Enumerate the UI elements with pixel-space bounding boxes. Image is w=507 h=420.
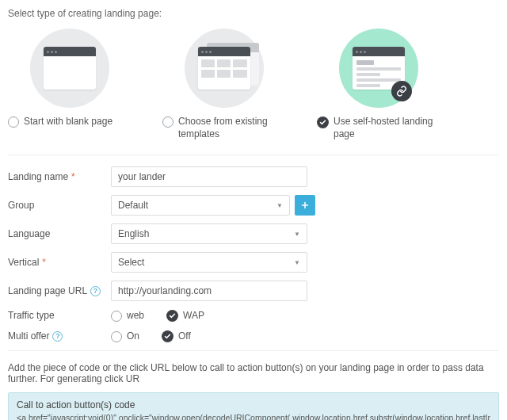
link-icon — [391, 81, 412, 101]
label-landing-name: Landing name* — [8, 171, 111, 182]
option-templates[interactable]: Choose from existing templates — [162, 29, 285, 140]
radio-multi-off[interactable]: Off — [162, 330, 191, 342]
help-icon[interactable]: ? — [90, 286, 101, 296]
templates-illustration — [185, 29, 264, 108]
radio-multi-on[interactable]: On — [111, 330, 139, 342]
option-selfhosted-label: Use self-hosted landing page — [334, 116, 440, 140]
label-vertical: Vertical* — [8, 257, 111, 268]
radio-traffic-wap[interactable]: WAP — [166, 309, 204, 322]
chevron-down-icon: ▼ — [276, 202, 283, 209]
blank-page-illustration — [30, 29, 109, 108]
divider — [8, 155, 499, 155]
chevron-down-icon: ▼ — [294, 231, 300, 238]
radio-selfhosted-checked[interactable] — [317, 116, 329, 128]
label-group: Group — [8, 200, 111, 211]
radio-blank[interactable] — [8, 116, 19, 128]
instructions-text: Add the piece of code or the click URL b… — [8, 362, 499, 384]
label-language: Language — [8, 228, 111, 239]
divider — [8, 350, 499, 351]
selfhosted-illustration — [339, 29, 418, 108]
radio-traffic-web[interactable]: web — [111, 310, 144, 322]
help-icon[interactable]: ? — [52, 331, 63, 342]
input-landing-url[interactable] — [111, 281, 307, 301]
select-vertical[interactable]: Select▼ — [111, 252, 307, 273]
select-group[interactable]: Default▼ — [111, 195, 290, 216]
radio-templates[interactable] — [162, 116, 173, 128]
cta-code-content: <a href="javascript:void(0)" onclick="wi… — [17, 413, 490, 420]
option-blank-page[interactable]: Start with blank page — [8, 29, 131, 140]
input-landing-name[interactable] — [111, 166, 307, 187]
label-landing-url: Landing page URL ? — [8, 285, 111, 296]
option-templates-label: Choose from existing templates — [178, 116, 285, 140]
chevron-down-icon: ▼ — [294, 259, 300, 266]
option-blank-label: Start with blank page — [24, 116, 112, 128]
label-multi-offer: Multi offer ? — [8, 330, 111, 342]
page-title: Select type of creating landing page: — [8, 8, 499, 19]
option-selfhosted[interactable]: Use self-hosted landing page — [317, 29, 440, 140]
cta-code-box[interactable]: Call to action button(s) code <a href="j… — [8, 392, 499, 420]
label-traffic-type: Traffic type — [8, 310, 111, 321]
add-group-button[interactable] — [295, 195, 315, 216]
cta-code-title: Call to action button(s) code — [17, 399, 490, 410]
select-language[interactable]: English▼ — [111, 223, 307, 244]
landing-type-options: Start with blank page Choose from existi… — [8, 29, 499, 140]
